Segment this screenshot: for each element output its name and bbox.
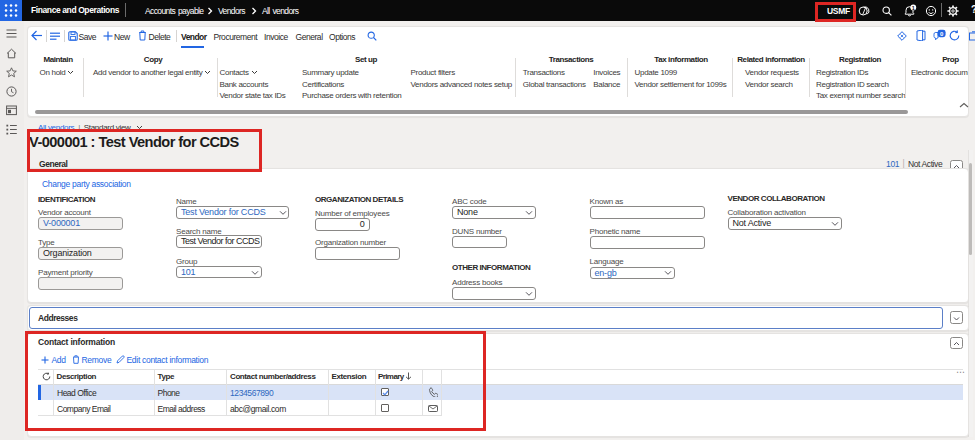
svg-text:1: 1 (912, 5, 915, 11)
